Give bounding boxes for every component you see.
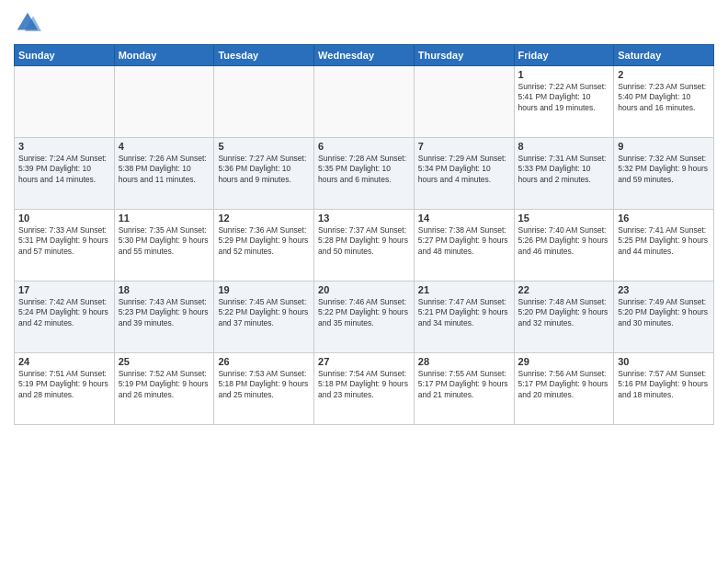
day-cell: 17Sunrise: 7:42 AM Sunset: 5:24 PM Dayli… [15,282,115,353]
day-info: Sunrise: 7:46 AM Sunset: 5:22 PM Dayligh… [318,297,410,328]
col-header-monday: Monday [114,45,214,66]
day-cell [15,66,115,138]
day-cell [214,66,314,138]
day-number: 24 [18,356,110,367]
day-cell: 25Sunrise: 7:52 AM Sunset: 5:19 PM Dayli… [114,353,214,425]
day-cell: 27Sunrise: 7:54 AM Sunset: 5:18 PM Dayli… [314,353,415,425]
day-cell: 5Sunrise: 7:27 AM Sunset: 5:36 PM Daylig… [214,138,314,210]
day-cell: 22Sunrise: 7:48 AM Sunset: 5:20 PM Dayli… [514,282,614,353]
day-cell: 18Sunrise: 7:43 AM Sunset: 5:23 PM Dayli… [114,282,214,353]
page: SundayMondayTuesdayWednesdayThursdayFrid… [0,0,728,563]
day-cell: 8Sunrise: 7:31 AM Sunset: 5:33 PM Daylig… [514,138,614,210]
day-info: Sunrise: 7:40 AM Sunset: 5:26 PM Dayligh… [518,225,610,257]
day-number: 6 [318,141,410,152]
day-number: 20 [318,284,410,295]
day-info: Sunrise: 7:28 AM Sunset: 5:35 PM Dayligh… [318,154,410,185]
day-info: Sunrise: 7:54 AM Sunset: 5:18 PM Dayligh… [318,369,410,400]
day-cell: 29Sunrise: 7:56 AM Sunset: 5:17 PM Dayli… [514,353,614,425]
day-number: 18 [119,284,210,295]
day-info: Sunrise: 7:57 AM Sunset: 5:16 PM Dayligh… [618,369,710,400]
col-header-thursday: Thursday [414,45,514,66]
day-cell: 1Sunrise: 7:22 AM Sunset: 5:41 PM Daylig… [514,66,614,138]
col-header-tuesday: Tuesday [214,45,314,66]
day-number: 7 [418,141,510,152]
col-header-wednesday: Wednesday [314,45,415,66]
day-number: 16 [618,213,710,224]
day-cell: 19Sunrise: 7:45 AM Sunset: 5:22 PM Dayli… [214,282,314,353]
day-number: 14 [418,213,510,224]
week-row-2: 3Sunrise: 7:24 AM Sunset: 5:39 PM Daylig… [15,138,714,210]
day-cell: 24Sunrise: 7:51 AM Sunset: 5:19 PM Dayli… [15,353,115,425]
day-info: Sunrise: 7:22 AM Sunset: 5:41 PM Dayligh… [518,82,610,113]
day-cell: 14Sunrise: 7:38 AM Sunset: 5:27 PM Dayli… [414,210,514,282]
day-cell: 11Sunrise: 7:35 AM Sunset: 5:30 PM Dayli… [114,210,214,282]
col-header-sunday: Sunday [15,45,115,66]
col-header-friday: Friday [514,45,614,66]
header [14,9,714,37]
day-cell: 2Sunrise: 7:23 AM Sunset: 5:40 PM Daylig… [614,66,714,138]
day-number: 25 [119,356,210,367]
day-number: 28 [418,356,510,367]
day-info: Sunrise: 7:52 AM Sunset: 5:19 PM Dayligh… [119,369,210,400]
day-number: 22 [518,284,610,295]
day-info: Sunrise: 7:27 AM Sunset: 5:36 PM Dayligh… [218,154,310,185]
day-cell: 15Sunrise: 7:40 AM Sunset: 5:26 PM Dayli… [514,210,614,282]
week-row-5: 24Sunrise: 7:51 AM Sunset: 5:19 PM Dayli… [15,353,714,425]
day-info: Sunrise: 7:51 AM Sunset: 5:19 PM Dayligh… [18,369,110,400]
day-cell [414,66,514,138]
day-info: Sunrise: 7:38 AM Sunset: 5:27 PM Dayligh… [418,225,510,257]
day-cell: 23Sunrise: 7:49 AM Sunset: 5:20 PM Dayli… [614,282,714,353]
day-number: 23 [618,284,710,295]
day-info: Sunrise: 7:45 AM Sunset: 5:22 PM Dayligh… [218,297,310,328]
day-cell: 20Sunrise: 7:46 AM Sunset: 5:22 PM Dayli… [314,282,415,353]
day-cell: 9Sunrise: 7:32 AM Sunset: 5:32 PM Daylig… [614,138,714,210]
day-number: 27 [318,356,410,367]
day-info: Sunrise: 7:31 AM Sunset: 5:33 PM Dayligh… [518,154,610,185]
day-number: 21 [418,284,510,295]
day-cell: 10Sunrise: 7:33 AM Sunset: 5:31 PM Dayli… [15,210,115,282]
day-cell: 28Sunrise: 7:55 AM Sunset: 5:17 PM Dayli… [414,353,514,425]
day-number: 4 [119,141,210,152]
day-cell: 12Sunrise: 7:36 AM Sunset: 5:29 PM Dayli… [214,210,314,282]
day-number: 12 [218,213,310,224]
day-cell: 4Sunrise: 7:26 AM Sunset: 5:38 PM Daylig… [114,138,214,210]
day-info: Sunrise: 7:55 AM Sunset: 5:17 PM Dayligh… [418,369,510,400]
day-info: Sunrise: 7:29 AM Sunset: 5:34 PM Dayligh… [418,154,510,185]
day-number: 11 [119,213,210,224]
day-cell: 26Sunrise: 7:53 AM Sunset: 5:18 PM Dayli… [214,353,314,425]
day-number: 30 [618,356,710,367]
day-number: 3 [18,141,110,152]
day-cell [114,66,214,138]
day-info: Sunrise: 7:49 AM Sunset: 5:20 PM Dayligh… [618,297,710,328]
week-row-1: 1Sunrise: 7:22 AM Sunset: 5:41 PM Daylig… [15,66,714,138]
day-info: Sunrise: 7:53 AM Sunset: 5:18 PM Dayligh… [218,369,310,400]
day-number: 5 [218,141,310,152]
day-info: Sunrise: 7:35 AM Sunset: 5:30 PM Dayligh… [119,225,210,257]
day-number: 19 [218,284,310,295]
day-info: Sunrise: 7:24 AM Sunset: 5:39 PM Dayligh… [18,154,110,185]
day-cell [314,66,415,138]
day-info: Sunrise: 7:42 AM Sunset: 5:24 PM Dayligh… [18,297,110,328]
day-number: 29 [518,356,610,367]
day-info: Sunrise: 7:41 AM Sunset: 5:25 PM Dayligh… [618,225,710,257]
day-info: Sunrise: 7:48 AM Sunset: 5:20 PM Dayligh… [518,297,610,328]
day-info: Sunrise: 7:47 AM Sunset: 5:21 PM Dayligh… [418,297,510,328]
day-info: Sunrise: 7:32 AM Sunset: 5:32 PM Dayligh… [618,154,710,185]
day-cell: 30Sunrise: 7:57 AM Sunset: 5:16 PM Dayli… [614,353,714,425]
day-number: 13 [318,213,410,224]
day-cell: 13Sunrise: 7:37 AM Sunset: 5:28 PM Dayli… [314,210,415,282]
day-cell: 3Sunrise: 7:24 AM Sunset: 5:39 PM Daylig… [15,138,115,210]
day-cell: 7Sunrise: 7:29 AM Sunset: 5:34 PM Daylig… [414,138,514,210]
day-number: 1 [518,69,610,80]
day-info: Sunrise: 7:23 AM Sunset: 5:40 PM Dayligh… [618,82,710,113]
week-row-3: 10Sunrise: 7:33 AM Sunset: 5:31 PM Dayli… [15,210,714,282]
col-header-saturday: Saturday [614,45,714,66]
day-number: 8 [518,141,610,152]
day-info: Sunrise: 7:33 AM Sunset: 5:31 PM Dayligh… [18,225,110,257]
day-number: 26 [218,356,310,367]
calendar-table: SundayMondayTuesdayWednesdayThursdayFrid… [14,44,714,425]
day-info: Sunrise: 7:36 AM Sunset: 5:29 PM Dayligh… [218,225,310,257]
day-number: 2 [618,69,710,80]
week-row-4: 17Sunrise: 7:42 AM Sunset: 5:24 PM Dayli… [15,282,714,353]
day-number: 9 [618,141,710,152]
